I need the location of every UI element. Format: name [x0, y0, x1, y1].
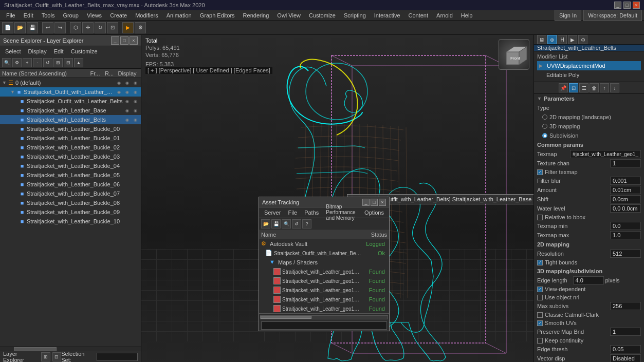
minimize-button[interactable]: _	[614, 2, 621, 9]
tree-item-buckle05[interactable]: ■ Straitjacket_with_Leather_Buckle_05	[0, 170, 141, 180]
smooth-uvs-checkbox[interactable]: ✓	[537, 320, 543, 326]
viewport[interactable]: Total Polys: 65,491 Verts: 65,776 FPS: 5…	[141, 35, 533, 362]
rp-mod-active-button[interactable]: ⊡	[569, 83, 578, 92]
vis-btn-fr[interactable]: ◉	[115, 79, 122, 86]
rp-icon-display[interactable]: 🖥	[537, 35, 546, 44]
rp-mod-delete-button[interactable]: 🗑	[590, 83, 599, 92]
tree-item-buckle01[interactable]: ■ Straitjacket_with_Leather_Buckle_01	[0, 134, 141, 143]
menu-graph-editors[interactable]: Graph Editors	[196, 11, 239, 20]
texmap-value[interactable]: #jacket_with_Leather_geo1_	[570, 150, 641, 158]
texture-chan-value[interactable]: 1	[610, 159, 641, 167]
at-menu-paths[interactable]: Paths	[301, 208, 322, 217]
at-tb-btn1[interactable]: 📂	[261, 219, 270, 228]
tree-item-buckle02[interactable]: ■ Straitjacket_with_Leather_Buckle_02	[0, 143, 141, 152]
open-button[interactable]: 📂	[14, 22, 26, 33]
menu-file[interactable]: File	[2, 11, 20, 20]
at-minimize-button[interactable]: _	[362, 199, 370, 206]
menu-edit[interactable]: Edit	[20, 11, 38, 20]
redo-button[interactable]: ↪	[54, 22, 66, 33]
se-footer-btn2[interactable]: ⊟	[52, 352, 62, 361]
tree-item-default[interactable]: ▼ ☰ 0 (default) ◉ ◉ ◉	[0, 78, 141, 87]
rp-mod-move-up-button[interactable]: ↑	[600, 83, 609, 92]
tree-item-buckle08[interactable]: ■ Straitjacket_with_Leather_Buckle_08	[0, 198, 141, 207]
move-button[interactable]: ✛	[82, 22, 94, 33]
modifier-uvw-displace[interactable]: ▶ UVWDisplacementMod	[537, 61, 641, 70]
at-menu-bitmap[interactable]: Bitmap Performance and Memory	[323, 203, 360, 222]
at-row-roughness[interactable]: Straitjacket_with_Leather_geo1_Roughness…	[259, 304, 389, 313]
modifier-editable-poly[interactable]: Editable Poly	[537, 70, 641, 80]
rp-icon-hier[interactable]: H	[558, 35, 567, 44]
tree-item-buckle07[interactable]: ■ Straitjacket_with_Leather_Buckle_07	[0, 189, 141, 198]
classic-catmull-checkbox[interactable]	[537, 312, 543, 318]
tree-item-leather[interactable]: ■ Straitjacket_with_Leather_Belts ◉ ◉	[0, 115, 141, 124]
at-row-maps-folder[interactable]: ▼ Maps / Shaders	[259, 258, 389, 267]
rp-mod-move-down-button[interactable]: ↓	[610, 83, 619, 92]
menu-group[interactable]: Group	[59, 11, 83, 20]
vis-outfit-disp[interactable]: ◉	[132, 88, 139, 96]
at-row-maxfile[interactable]: 📄 Straitjacket_Outfit_with_Leather_Belts…	[259, 249, 389, 258]
undo-button[interactable]: ↩	[42, 22, 53, 33]
menu-customize[interactable]: Customize	[305, 11, 340, 20]
edge-thresh-value[interactable]: 0.05	[610, 345, 641, 353]
menu-rendering[interactable]: Rendering	[239, 11, 273, 20]
selection-set-input[interactable]	[97, 353, 138, 361]
rotate-button[interactable]: ↻	[95, 22, 106, 33]
view-dep-checkbox[interactable]: ✓	[537, 287, 543, 292]
vis-outfit-fr[interactable]: ◉	[115, 88, 122, 96]
preserve-map-value[interactable]: 1	[610, 328, 641, 336]
tree-item-buckle10[interactable]: ■ Straitjacket_with_Leather_Buckle_10	[0, 217, 141, 226]
use-object-checkbox[interactable]	[537, 295, 543, 300]
select-button[interactable]: ⬡	[70, 22, 81, 33]
rp-icon-modify[interactable]: ⊕	[547, 35, 557, 44]
vis-base-fr[interactable]: ◉	[123, 107, 131, 114]
at-maximize-button[interactable]: □	[371, 199, 378, 206]
at-tb-btn2[interactable]: 💾	[271, 219, 281, 228]
filter-texmap-checkbox[interactable]: ✓	[537, 169, 543, 175]
se-search-input-toggle[interactable]: 🔍	[2, 58, 11, 67]
tree-item-belts[interactable]: ■ Straitjacket_Outfit_with_Leather_Belts…	[0, 97, 141, 106]
asset-tracking-scrollbar[interactable]	[259, 313, 389, 320]
at-tb-btn3[interactable]: 🔍	[282, 219, 291, 228]
filter-blur-value[interactable]: 0.001	[610, 177, 641, 185]
se-footer-btn1[interactable]: ⊞	[41, 352, 50, 361]
vis-btn-r[interactable]: ◉	[123, 79, 131, 86]
at-row-normal[interactable]: Straitjacket_with_Leather_geo1_Normal.pn…	[259, 295, 389, 304]
se-menu-customize[interactable]: Customize	[68, 47, 101, 55]
tree-item-buckle04[interactable]: ■ Straitjacket_with_Leather_Buckle_04	[0, 161, 141, 170]
nav-cube[interactable]: Front	[499, 39, 529, 70]
at-row-basecolor[interactable]: Straitjacket_with_Leather_geo1_BaseColor…	[259, 267, 389, 276]
texmap-max-value[interactable]: 1.0	[610, 231, 641, 239]
menu-create[interactable]: Create	[106, 11, 131, 20]
at-menu-options[interactable]: Options	[361, 208, 387, 217]
asset-tracking-input[interactable]	[261, 321, 387, 330]
render-setup-button[interactable]: ⚙	[135, 22, 146, 33]
at-row-vault[interactable]: ⚙ Autodesk Vault Logged	[259, 239, 389, 249]
vis-belts-r[interactable]: ◉	[132, 98, 139, 105]
rp-mod-pin-button[interactable]: 📌	[559, 83, 568, 92]
menu-views[interactable]: Views	[83, 11, 106, 20]
vis-belts-fr[interactable]: ◉	[123, 98, 131, 105]
se-collapse-all-button[interactable]: ⊟	[64, 58, 73, 67]
se-sort-button[interactable]: ▲	[74, 58, 83, 67]
menu-interactive[interactable]: Interactive	[370, 11, 404, 20]
at-menu-file[interactable]: File	[285, 208, 300, 217]
vis-base-r[interactable]: ◉	[132, 107, 139, 114]
se-maximize-button[interactable]: □	[120, 36, 128, 45]
vector-disp-value[interactable]: Disabled	[610, 354, 641, 362]
se-menu-display[interactable]: Display	[25, 47, 50, 55]
vis-outfit-r[interactable]: ◉	[123, 88, 131, 96]
amount-value[interactable]: 0.01cm	[610, 186, 641, 194]
se-filter-button[interactable]: ⚙	[12, 58, 22, 67]
menu-help[interactable]: Help	[457, 11, 477, 20]
se-minimize-button[interactable]: _	[111, 36, 119, 45]
se-refresh-button[interactable]: ↺	[43, 58, 52, 67]
maximize-button[interactable]: □	[623, 2, 631, 9]
relative-bbox-checkbox[interactable]	[537, 215, 543, 220]
se-menu-edit[interactable]: Edit	[51, 47, 67, 55]
rp-icon-motion[interactable]: ▶	[568, 35, 577, 44]
edge-length-value[interactable]: 4.0	[573, 276, 604, 284]
at-row-displace[interactable]: Straitjacket_with_Leather_geo1_Displace.…	[259, 276, 389, 285]
water-level-value[interactable]: 0.0 0.0cm	[610, 204, 641, 213]
menu-animation[interactable]: Animation	[162, 11, 196, 20]
sign-in-button[interactable]: Sign In	[555, 10, 581, 21]
